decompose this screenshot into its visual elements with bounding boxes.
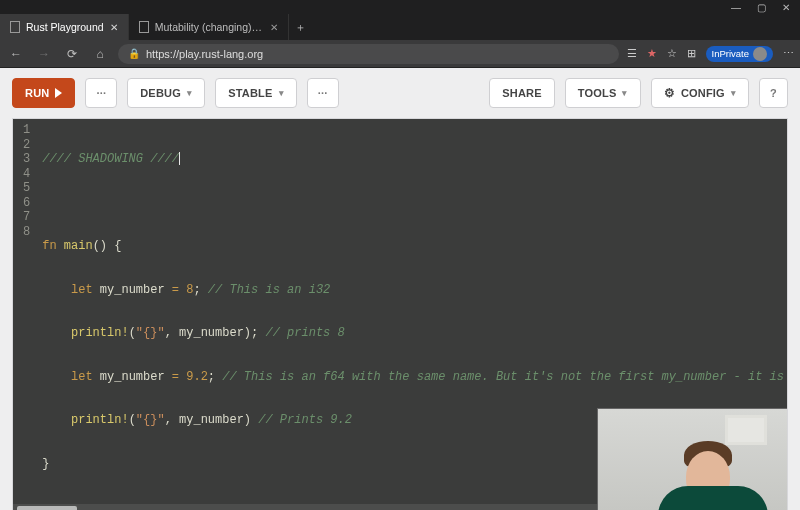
run-label: RUN xyxy=(25,87,49,99)
chevron-down-icon: ▾ xyxy=(187,88,192,98)
run-more-button[interactable]: ··· xyxy=(85,78,117,108)
close-tab-icon[interactable]: ✕ xyxy=(110,22,118,33)
close-tab-icon[interactable]: ✕ xyxy=(270,22,278,33)
chevron-down-icon: ▾ xyxy=(279,88,284,98)
config-button[interactable]: ⚙ CONFIG ▾ xyxy=(651,78,749,108)
stable-label: STABLE xyxy=(228,87,272,99)
browser-tabs: Rust Playground ✕ Mutability (changing) … xyxy=(0,14,800,40)
chevron-down-icon: ▾ xyxy=(731,88,736,98)
favorites-icon[interactable]: ☆ xyxy=(667,47,677,60)
nav-home-button[interactable]: ⌂ xyxy=(90,47,110,61)
window-minimize-button[interactable]: — xyxy=(731,2,741,13)
tools-label: TOOLS xyxy=(578,87,617,99)
gear-icon: ⚙ xyxy=(664,86,675,100)
nav-refresh-button[interactable]: ⟳ xyxy=(62,47,82,61)
help-button[interactable]: ? xyxy=(759,78,788,108)
advanced-options-button[interactable]: ··· xyxy=(307,78,339,108)
mode-debug-button[interactable]: DEBUG ▾ xyxy=(127,78,205,108)
channel-stable-button[interactable]: STABLE ▾ xyxy=(215,78,297,108)
share-button[interactable]: SHARE xyxy=(489,78,555,108)
lock-icon: 🔒 xyxy=(128,48,140,59)
debug-label: DEBUG xyxy=(140,87,181,99)
code-editor[interactable]: 1 2 3 4 5 6 7 8 //// SHADOWING //// fn m… xyxy=(12,118,788,510)
browser-tab[interactable]: Mutability (changing) - Easy Rust ✕ xyxy=(129,14,289,40)
page-favicon-icon xyxy=(10,21,20,33)
page-content: RUN ··· DEBUG ▾ STABLE ▾ ··· SHARE TOOLS… xyxy=(0,68,800,510)
run-button[interactable]: RUN xyxy=(12,78,75,108)
tab-title: Rust Playground xyxy=(26,21,104,33)
collections-icon[interactable]: ⊞ xyxy=(687,47,696,60)
window-close-button[interactable]: ✕ xyxy=(782,2,790,13)
config-label: CONFIG xyxy=(681,87,725,99)
nav-back-button[interactable]: ← xyxy=(6,47,26,61)
editor-gutter: 1 2 3 4 5 6 7 8 xyxy=(13,119,36,504)
text-cursor xyxy=(179,152,180,165)
window-maximize-button[interactable]: ▢ xyxy=(757,2,766,13)
star-icon[interactable]: ★ xyxy=(647,47,657,60)
play-icon xyxy=(55,88,62,98)
reader-icon[interactable]: ☰ xyxy=(627,47,637,60)
url-input[interactable]: 🔒 https://play.rust-lang.org xyxy=(118,44,619,64)
url-text: https://play.rust-lang.org xyxy=(146,48,263,60)
inprivate-badge[interactable]: InPrivate xyxy=(706,46,774,62)
window-titlebar: — ▢ ✕ xyxy=(0,0,800,14)
scrollbar-thumb[interactable] xyxy=(17,506,77,510)
nav-forward-button[interactable]: → xyxy=(34,47,54,61)
browser-chrome: — ▢ ✕ Rust Playground ✕ Mutability (chan… xyxy=(0,0,800,68)
playground-toolbar: RUN ··· DEBUG ▾ STABLE ▾ ··· SHARE TOOLS… xyxy=(0,68,800,118)
chevron-down-icon: ▾ xyxy=(622,88,627,98)
browser-address-bar: ← → ⟳ ⌂ 🔒 https://play.rust-lang.org ☰ ★… xyxy=(0,40,800,68)
browser-tab-active[interactable]: Rust Playground ✕ xyxy=(0,14,129,40)
browser-menu-button[interactable]: ⋯ xyxy=(783,47,794,60)
tab-title: Mutability (changing) - Easy Rust xyxy=(155,21,264,33)
new-tab-button[interactable]: ＋ xyxy=(289,14,313,40)
webcam-overlay xyxy=(597,408,787,510)
page-favicon-icon xyxy=(139,21,149,33)
inprivate-label: InPrivate xyxy=(712,48,750,59)
tools-button[interactable]: TOOLS ▾ xyxy=(565,78,641,108)
avatar-icon xyxy=(753,47,767,61)
